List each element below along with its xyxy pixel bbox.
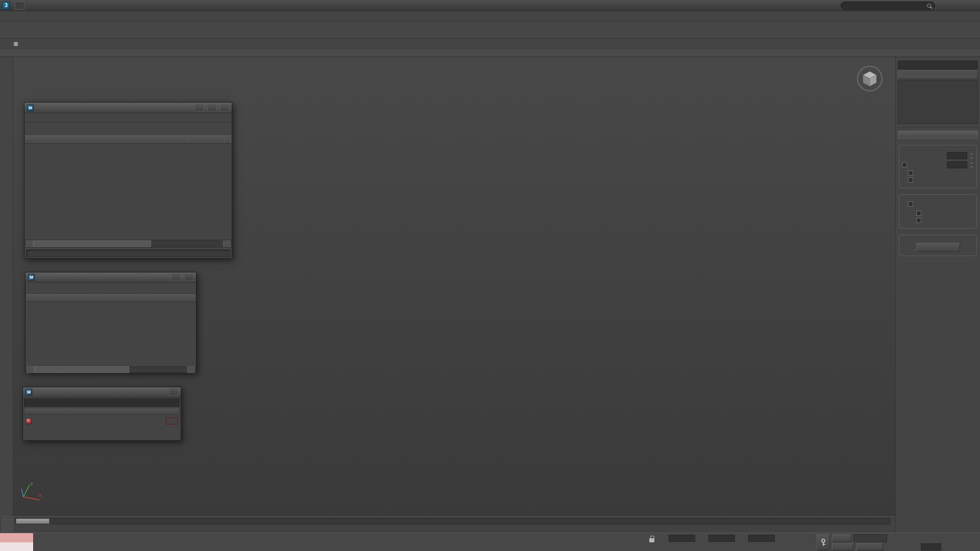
scrollbar-thumb[interactable] (34, 366, 129, 373)
smoothing-groups-checkbox[interactable] (916, 218, 921, 223)
material-browser-title-bar[interactable]: M (23, 387, 181, 397)
asset-tracking-window[interactable]: M (24, 102, 232, 259)
search-icon[interactable] (927, 4, 931, 8)
close-button[interactable] (220, 104, 229, 112)
iterations-spinner[interactable] (969, 153, 974, 159)
help-search-box[interactable] (841, 2, 935, 10)
minimize-button[interactable] (938, 2, 950, 10)
explicit-normals-checkbox[interactable] (908, 178, 913, 183)
scene-materials-group-header[interactable] (24, 408, 180, 415)
key-icon (820, 538, 826, 546)
app-logo-icon[interactable]: 3 (2, 2, 10, 10)
minimize-button[interactable] (194, 104, 204, 112)
scroll-right-icon[interactable] (187, 366, 195, 373)
viewport-navigation-controls (941, 534, 979, 551)
scroll-right-icon[interactable] (223, 240, 231, 247)
scroll-left-icon[interactable] (26, 240, 33, 247)
material-sphere-icon (26, 418, 32, 424)
command-panel (895, 57, 980, 533)
spinner-up-icon[interactable] (969, 162, 974, 165)
smooth-result-checkbox[interactable] (908, 202, 913, 207)
ribbon-tab-bar: ▦ (0, 39, 980, 49)
time-slider-handle[interactable] (16, 518, 50, 524)
surface-parameters-group (899, 194, 977, 229)
asset-horizontal-scrollbar[interactable] (25, 240, 231, 247)
close-button[interactable] (966, 2, 978, 10)
material-search-field[interactable] (24, 398, 180, 407)
update-options-group (899, 235, 977, 256)
layer-toolbar (26, 283, 196, 294)
object-name-field[interactable] (898, 61, 978, 69)
layer-table-header (26, 294, 195, 302)
materials-checkbox[interactable] (916, 211, 921, 216)
selected-filter-dropdown[interactable] (853, 534, 887, 542)
lock-selection-toggle[interactable] (649, 538, 654, 542)
maximize-button[interactable] (207, 104, 216, 112)
render-iters-checkbox[interactable] (902, 162, 907, 167)
modifier-stack (898, 80, 978, 124)
ribbon-display-toggle-icon[interactable]: ▦ (11, 40, 20, 47)
auto-key-button[interactable] (832, 534, 851, 542)
render-iters-field[interactable] (947, 161, 967, 168)
asset-tracking-title-bar[interactable]: M (24, 103, 232, 113)
asset-table (25, 135, 231, 144)
close-button[interactable] (169, 388, 178, 396)
world-axis-tripod: x y (18, 479, 43, 503)
asset-tracking-menu-bar (24, 113, 232, 122)
maximize-button[interactable] (952, 2, 964, 10)
material-item-row[interactable] (24, 416, 180, 426)
help-button[interactable] (172, 273, 181, 281)
timeline (0, 516, 895, 533)
command-panel-tabs (898, 58, 978, 60)
layer-title-bar[interactable]: M (26, 272, 196, 283)
scrollbar-thumb[interactable] (33, 240, 151, 247)
svg-text:x: x (39, 493, 41, 498)
open-mini-curve-editor-button[interactable] (2, 518, 13, 532)
key-filters-button[interactable] (856, 543, 883, 551)
column-header-status[interactable] (188, 135, 225, 143)
macro-recorder-line[interactable] (0, 533, 33, 542)
spinner-up-icon[interactable] (969, 153, 974, 156)
material-map-browser-window[interactable]: M (22, 387, 181, 441)
asset-status-strip (26, 249, 230, 257)
set-keys-button[interactable] (817, 534, 830, 550)
iterations-field[interactable] (947, 152, 967, 159)
x-coordinate-field[interactable] (669, 535, 695, 542)
spinner-down-icon[interactable] (969, 156, 974, 159)
title-bar: 3 (0, 0, 980, 11)
layer-window[interactable]: M (25, 272, 197, 373)
time-slider-track[interactable] (15, 518, 890, 524)
isoline-display-checkbox[interactable] (908, 170, 913, 176)
track-bar-ruler[interactable] (31, 525, 888, 533)
scroll-left-icon[interactable] (27, 366, 34, 373)
z-coordinate-field[interactable] (748, 535, 775, 542)
set-key-mode-button[interactable] (832, 543, 853, 551)
ribbon-config-dropdown[interactable]: ▦ (11, 40, 21, 48)
viewcube[interactable] (855, 64, 884, 93)
spinner-down-icon[interactable] (969, 165, 974, 168)
turbosmooth-rollout-header[interactable] (898, 131, 978, 139)
column-header-name[interactable] (25, 135, 188, 143)
modifier-list-dropdown[interactable] (898, 70, 978, 79)
main-group (899, 145, 977, 188)
layer-horizontal-scrollbar[interactable] (26, 366, 195, 373)
y-coordinate-field[interactable] (708, 535, 735, 542)
workspace-dropdown[interactable] (15, 2, 24, 10)
update-button[interactable] (916, 243, 960, 252)
material-color-swatch (166, 417, 178, 424)
column-header-pro[interactable] (225, 135, 231, 143)
status-bar (0, 533, 980, 551)
main-toolbar (0, 21, 980, 39)
ribbon-panel-bar[interactable] (0, 49, 980, 57)
close-button[interactable] (184, 273, 193, 281)
svg-text:y: y (31, 481, 33, 486)
current-frame-field[interactable] (921, 543, 941, 550)
maxscript-mini-listener[interactable] (0, 533, 34, 551)
listener-line[interactable] (0, 542, 33, 551)
left-tool-strip (0, 57, 13, 516)
max-window-icon: M (26, 389, 32, 395)
viewport-statistics (29, 68, 75, 74)
menu-bar (0, 11, 980, 21)
asset-tracking-toolbar (24, 122, 232, 135)
render-iters-spinner[interactable] (969, 162, 974, 168)
